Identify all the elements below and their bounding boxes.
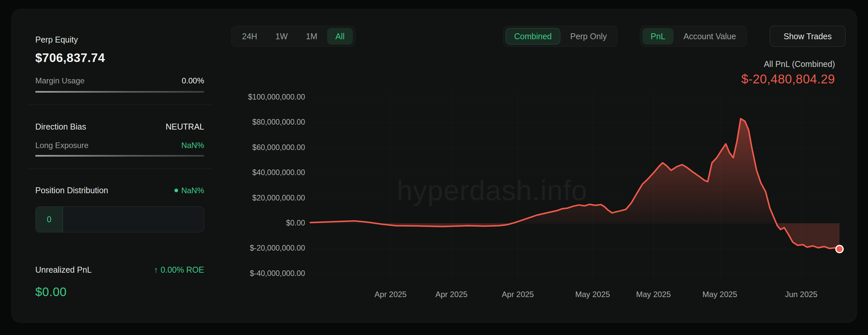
y-axis-label: $-20,000,000.00 (196, 244, 305, 252)
portfolio-card: Perp Equity $706,837.74 Margin Usage 0.0… (11, 9, 857, 323)
long-exposure-bar (35, 155, 204, 157)
position-zero-cell: 0 (36, 207, 63, 232)
margin-usage-row: Margin Usage 0.00% (35, 76, 204, 85)
long-exposure-row: Long Exposure NaN% (35, 141, 204, 150)
position-distribution-bar: 0 (35, 206, 204, 233)
x-axis-label: May 2025 (575, 290, 610, 299)
toggle-pnl[interactable]: PnL (643, 28, 674, 44)
toggle-combined[interactable]: Combined (505, 28, 560, 44)
direction-bias-value: NEUTRAL (165, 122, 204, 131)
timeframe-tabs: 24H 1W 1M All (231, 26, 355, 47)
y-axis: $100,000,000.00 $80,000,000.00 $60,000,0… (196, 9, 305, 306)
unrealized-pnl-label: Unrealized PnL (35, 265, 92, 275)
perp-equity-label: Perp Equity (35, 35, 204, 44)
tab-all[interactable]: All (327, 28, 353, 44)
margin-usage-bar (35, 91, 204, 93)
x-axis-label: Apr 2025 (375, 290, 407, 299)
margin-usage-label: Margin Usage (35, 76, 85, 85)
x-axis-label: Apr 2025 (502, 290, 534, 299)
tab-24h[interactable]: 24H (234, 28, 266, 44)
toggle-perp-only[interactable]: Perp Only (562, 28, 615, 44)
direction-bias-label: Direction Bias (35, 122, 86, 131)
pnl-summary: All PnL (Combined) $-20,480,804.29 (741, 59, 835, 86)
show-trades-button[interactable]: Show Trades (770, 26, 845, 47)
divider (27, 169, 213, 169)
y-axis-label: $60,000,000.00 (196, 143, 305, 152)
x-axis-label: May 2025 (703, 290, 737, 299)
divider (27, 104, 213, 105)
unrealized-pnl-value: $0.00 (35, 285, 204, 299)
sidebar-stats: Perp Equity $706,837.74 Margin Usage 0.0… (35, 35, 204, 299)
y-axis-label: $80,000,000.00 (196, 118, 305, 127)
position-distribution-value: NaN% (181, 186, 204, 195)
perp-equity-value: $706,837.74 (35, 51, 204, 65)
pnl-summary-label: All PnL (Combined) (741, 59, 835, 69)
tab-1m[interactable]: 1M (298, 28, 326, 44)
x-axis-label: Apr 2025 (435, 290, 467, 299)
x-axis-label: May 2025 (636, 290, 671, 299)
position-distribution-label: Position Distribution (35, 186, 108, 195)
y-axis-label: $40,000,000.00 (196, 168, 305, 177)
y-axis-label: $100,000,000.00 (196, 93, 305, 101)
long-exposure-label: Long Exposure (35, 141, 88, 150)
toggle-account-value[interactable]: Account Value (675, 28, 744, 44)
margin-usage-value: 0.00% (182, 76, 204, 85)
unrealized-pnl-row: Unrealized PnL ↑ 0.00% ROE (35, 265, 204, 275)
pnl-chart[interactable]: hyperdash.info (310, 92, 842, 283)
pnl-area-fill (310, 119, 840, 249)
mode-toggle: Combined Perp Only (503, 26, 618, 47)
y-axis-label: $20,000,000.00 (196, 193, 305, 203)
y-axis-label: $-40,000,000.00 (196, 269, 305, 278)
position-distribution-row: Position Distribution NaN% (35, 186, 204, 195)
metric-toggle: PnL Account Value (640, 26, 747, 47)
chart-end-dot (836, 245, 843, 252)
x-axis-label: Jun 2025 (785, 290, 817, 299)
position-distribution-badge: NaN% (175, 186, 204, 195)
direction-bias-row: Direction Bias NEUTRAL (35, 122, 204, 131)
position-empty-cell (63, 207, 204, 232)
x-axis: Apr 2025 Apr 2025 Apr 2025 May 2025 May … (310, 290, 842, 300)
pnl-line-chart[interactable] (310, 92, 842, 283)
roe-up-arrow-icon: ↑ (154, 265, 158, 275)
tab-1w[interactable]: 1W (267, 28, 296, 44)
roe-badge: ↑ 0.00% ROE (154, 265, 204, 275)
distribution-dot-icon (175, 189, 178, 192)
long-exposure-value: NaN% (181, 141, 204, 150)
y-axis-label: $0.00 (196, 219, 305, 227)
pnl-summary-value: $-20,480,804.29 (741, 72, 835, 86)
roe-value: 0.00% ROE (161, 265, 204, 275)
